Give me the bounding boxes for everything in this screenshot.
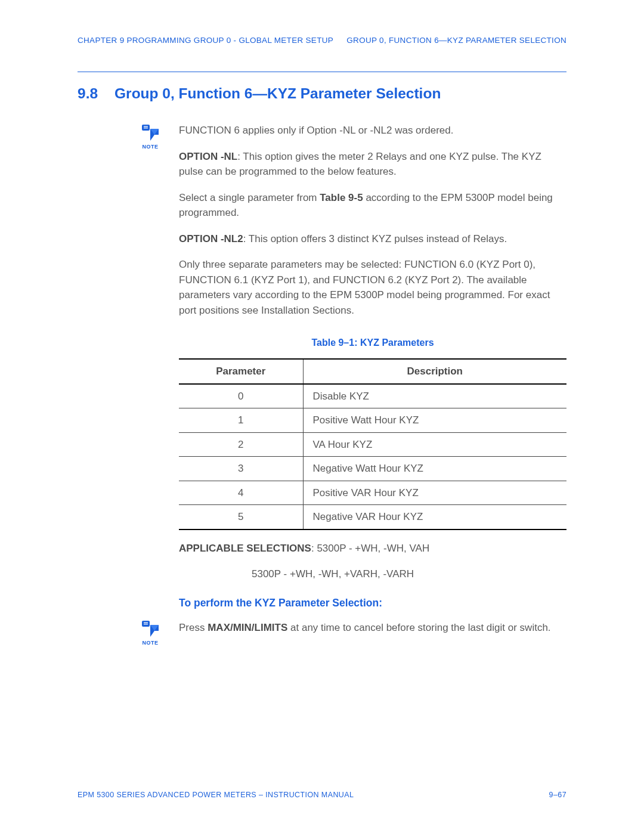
table-row: 4Positive VAR Hour KYZ bbox=[179, 481, 566, 505]
cell-desc: Positive Watt Hour KYZ bbox=[303, 408, 566, 433]
footer-left: EPM 5300 SERIES ADVANCED POWER METERS – … bbox=[78, 789, 354, 801]
header-right: GROUP 0, FUNCTION 6—KYZ PARAMETER SELECT… bbox=[346, 35, 566, 47]
option-nl2-label: OPTION -NL2 bbox=[179, 233, 243, 244]
cell-desc: Negative Watt Hour KYZ bbox=[303, 457, 566, 481]
svg-rect-2 bbox=[144, 128, 148, 128]
header-left: CHAPTER 9 PROGRAMMING GROUP 0 - GLOBAL M… bbox=[78, 35, 333, 47]
note-label: NOTE bbox=[138, 143, 162, 151]
paragraph-4-rest: : This option offers 3 distinct KYZ puls… bbox=[243, 233, 507, 244]
note-label: NOTE bbox=[138, 639, 162, 648]
paragraph-5: Only three separate parameters may be se… bbox=[179, 257, 566, 318]
cell-param: 5 bbox=[179, 505, 303, 529]
section-number: 9.8 bbox=[78, 83, 98, 105]
table-row: 5Negative VAR Hour KYZ bbox=[179, 505, 566, 529]
note-icon: NOTE bbox=[138, 620, 162, 648]
svg-rect-6 bbox=[144, 622, 148, 623]
table-row: 2VA Hour KYZ bbox=[179, 432, 566, 457]
th-parameter: Parameter bbox=[179, 359, 303, 384]
cell-param: 1 bbox=[179, 408, 303, 433]
table-row: 3Negative Watt Hour KYZ bbox=[179, 457, 566, 481]
paragraph-6b: at any time to cancel before storing the… bbox=[287, 622, 550, 633]
svg-rect-7 bbox=[144, 624, 148, 624]
section-heading: 9.8 Group 0, Function 6—KYZ Parameter Se… bbox=[78, 83, 566, 105]
cell-param: 3 bbox=[179, 457, 303, 481]
note-block-2: NOTE Press MAX/MIN/LIMITS at any time to… bbox=[179, 620, 566, 636]
procedure-subhead: To perform the KYZ Parameter Selection: bbox=[179, 595, 566, 611]
footer-right: 9–67 bbox=[549, 789, 566, 801]
cell-param: 4 bbox=[179, 481, 303, 505]
table-caption: Table 9–1: KYZ Parameters bbox=[179, 336, 566, 350]
applicable-selections: APPLICABLE SELECTIONS: 5300P - +WH, -WH,… bbox=[179, 541, 566, 556]
table-row: 1Positive Watt Hour KYZ bbox=[179, 408, 566, 433]
cell-desc: Disable KYZ bbox=[303, 384, 566, 408]
maxminlimits-label: MAX/MIN/LIMITS bbox=[208, 622, 287, 633]
kyz-parameters-table: Parameter Description 0Disable KYZ 1Posi… bbox=[179, 358, 566, 530]
content-area: NOTE FUNCTION 6 applies only if Option -… bbox=[179, 123, 566, 635]
note-icon: NOTE bbox=[138, 124, 162, 151]
appsel-rest: : 5300P - +WH, -WH, VAH bbox=[311, 543, 429, 554]
cell-param: 2 bbox=[179, 432, 303, 457]
header-rule bbox=[78, 72, 566, 72]
paragraph-1: FUNCTION 6 applies only if Option -NL or… bbox=[179, 123, 566, 138]
cell-desc: Negative VAR Hour KYZ bbox=[303, 505, 566, 529]
cell-desc: VA Hour KYZ bbox=[303, 432, 566, 457]
table-row: 0Disable KYZ bbox=[179, 384, 566, 408]
paragraph-3a: Select a single parameter from bbox=[179, 192, 320, 203]
table-header-row: Parameter Description bbox=[179, 359, 566, 384]
appsel-label: APPLICABLE SELECTIONS bbox=[179, 543, 311, 554]
cell-desc: Positive VAR Hour KYZ bbox=[303, 481, 566, 505]
section-title-text: Group 0, Function 6—KYZ Parameter Select… bbox=[114, 83, 441, 105]
option-nl-label: OPTION -NL bbox=[179, 151, 237, 162]
applicable-selections-line2: 5300P - +WH, -WH, +VARH, -VARH bbox=[252, 566, 566, 582]
paragraph-4: OPTION -NL2: This option offers 3 distin… bbox=[179, 231, 566, 247]
paragraph-6a: Press bbox=[179, 622, 208, 633]
paragraph-6: Press MAX/MIN/LIMITS at any time to canc… bbox=[179, 620, 566, 636]
cell-param: 0 bbox=[179, 384, 303, 408]
page-header: CHAPTER 9 PROGRAMMING GROUP 0 - GLOBAL M… bbox=[78, 35, 566, 72]
paragraph-2: OPTION -NL: This option gives the meter … bbox=[179, 149, 566, 179]
table-ref: Table 9-5 bbox=[320, 192, 363, 203]
svg-rect-1 bbox=[144, 126, 148, 127]
page-footer: EPM 5300 SERIES ADVANCED POWER METERS – … bbox=[78, 789, 566, 801]
th-description: Description bbox=[303, 359, 566, 384]
paragraph-3: Select a single parameter from Table 9-5… bbox=[179, 190, 566, 221]
